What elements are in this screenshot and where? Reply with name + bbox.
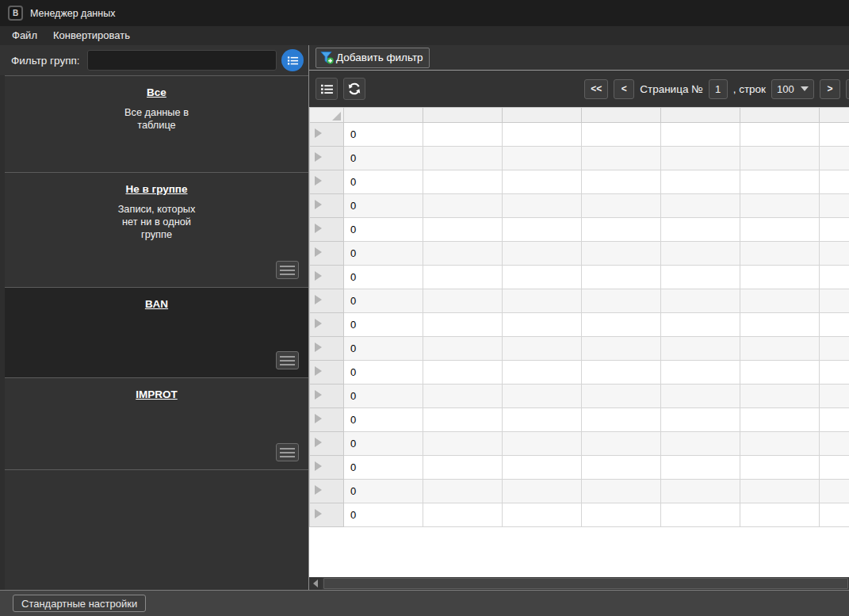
table-cell[interactable] xyxy=(423,289,503,313)
group-filter-input[interactable] xyxy=(87,50,277,71)
table-cell[interactable] xyxy=(582,408,661,432)
table-cell[interactable] xyxy=(740,456,820,480)
table-cell[interactable] xyxy=(740,123,820,147)
table-cell[interactable] xyxy=(740,408,820,432)
table-cell[interactable] xyxy=(820,432,849,456)
row-expander[interactable] xyxy=(310,123,344,147)
table-cell[interactable] xyxy=(423,242,503,266)
table-cell[interactable] xyxy=(740,361,820,385)
group-title-link[interactable]: IMPROT xyxy=(136,388,178,400)
table-cell[interactable] xyxy=(740,385,820,408)
table-cell[interactable] xyxy=(820,289,849,313)
row-expander[interactable] xyxy=(310,170,344,194)
table-cell[interactable] xyxy=(503,194,582,218)
table-cell[interactable] xyxy=(582,170,661,194)
page-number-input[interactable] xyxy=(709,79,728,99)
table-cell[interactable] xyxy=(582,503,661,527)
table-cell[interactable] xyxy=(740,170,820,194)
table-cell[interactable] xyxy=(820,337,849,361)
table-cell[interactable] xyxy=(582,432,661,456)
table-cell[interactable] xyxy=(661,289,740,313)
group-menu-button[interactable] xyxy=(276,443,299,461)
group-list-button[interactable] xyxy=(281,49,304,71)
refresh-button[interactable] xyxy=(343,78,365,100)
table-cell[interactable] xyxy=(423,266,503,289)
prev-page-button[interactable]: < xyxy=(614,79,634,99)
table-cell[interactable] xyxy=(740,432,820,456)
table-cell[interactable] xyxy=(740,289,820,313)
column-header[interactable] xyxy=(661,108,740,123)
table-cell[interactable] xyxy=(661,361,740,385)
table-cell[interactable] xyxy=(423,432,503,456)
table-cell[interactable] xyxy=(740,480,820,503)
table-cell[interactable] xyxy=(661,408,740,432)
row-expander[interactable] xyxy=(310,289,344,313)
table-cell[interactable] xyxy=(740,313,820,337)
table-cell[interactable]: 0 xyxy=(344,432,423,456)
table-cell[interactable] xyxy=(820,408,849,432)
table-cell[interactable]: 0 xyxy=(344,194,423,218)
table-cell[interactable] xyxy=(582,147,661,170)
table-cell[interactable] xyxy=(503,313,582,337)
table-cell[interactable] xyxy=(820,170,849,194)
table-cell[interactable] xyxy=(423,408,503,432)
table-cell[interactable]: 0 xyxy=(344,503,423,527)
table-cell[interactable]: 0 xyxy=(344,218,423,242)
table-cell[interactable] xyxy=(740,503,820,527)
table-cell[interactable] xyxy=(820,194,849,218)
row-expander[interactable] xyxy=(310,480,344,503)
table-cell[interactable] xyxy=(740,337,820,361)
table-cell[interactable] xyxy=(503,432,582,456)
table-cell[interactable]: 0 xyxy=(344,313,423,337)
table-cell[interactable] xyxy=(820,361,849,385)
table-cell[interactable]: 0 xyxy=(344,289,423,313)
table-cell[interactable] xyxy=(503,337,582,361)
table-cell[interactable]: 0 xyxy=(344,170,423,194)
table-cell[interactable] xyxy=(661,266,740,289)
table-cell[interactable]: 0 xyxy=(344,337,423,361)
table-cell[interactable] xyxy=(582,480,661,503)
table-cell[interactable] xyxy=(503,289,582,313)
table-cell[interactable] xyxy=(661,337,740,361)
group-menu-button[interactable] xyxy=(276,261,299,279)
table-cell[interactable] xyxy=(820,266,849,289)
column-list-button[interactable] xyxy=(316,78,338,100)
group-card-all[interactable]: Все Все данные в таблице xyxy=(5,75,308,172)
table-cell[interactable]: 0 xyxy=(344,242,423,266)
table-cell[interactable] xyxy=(661,194,740,218)
table-cell[interactable]: 0 xyxy=(344,147,423,170)
table-cell[interactable] xyxy=(661,123,740,147)
scroll-left-button[interactable] xyxy=(309,577,322,590)
column-header[interactable] xyxy=(503,108,582,123)
table-cell[interactable] xyxy=(820,313,849,337)
scrollbar-thumb[interactable] xyxy=(323,578,848,589)
default-settings-button[interactable]: Стандартные настройки xyxy=(13,595,146,612)
table-cell[interactable] xyxy=(423,147,503,170)
row-expander[interactable] xyxy=(310,313,344,337)
group-title-link[interactable]: Не в группе xyxy=(125,183,187,195)
table-cell[interactable]: 0 xyxy=(344,408,423,432)
table-cell[interactable] xyxy=(661,432,740,456)
row-expander[interactable] xyxy=(310,385,344,408)
row-expander[interactable] xyxy=(310,456,344,480)
table-cell[interactable] xyxy=(661,503,740,527)
row-expander[interactable] xyxy=(310,194,344,218)
select-all-corner-cell[interactable] xyxy=(310,108,344,123)
add-filter-button[interactable]: Добавить фильтр xyxy=(316,48,430,68)
table-cell[interactable] xyxy=(503,385,582,408)
row-expander[interactable] xyxy=(310,218,344,242)
table-cell[interactable]: 0 xyxy=(344,361,423,385)
table-cell[interactable] xyxy=(423,194,503,218)
table-cell[interactable]: 0 xyxy=(344,456,423,480)
rows-per-page-select[interactable]: 100 xyxy=(771,79,814,99)
table-cell[interactable] xyxy=(503,480,582,503)
group-title-link[interactable]: BAN xyxy=(145,298,168,310)
table-cell[interactable] xyxy=(820,242,849,266)
group-card-ban[interactable]: BAN xyxy=(5,287,308,377)
table-cell[interactable] xyxy=(661,480,740,503)
table-cell[interactable] xyxy=(820,456,849,480)
row-expander[interactable] xyxy=(310,147,344,170)
table-cell[interactable] xyxy=(740,218,820,242)
table-cell[interactable] xyxy=(582,266,661,289)
table-cell[interactable] xyxy=(820,480,849,503)
